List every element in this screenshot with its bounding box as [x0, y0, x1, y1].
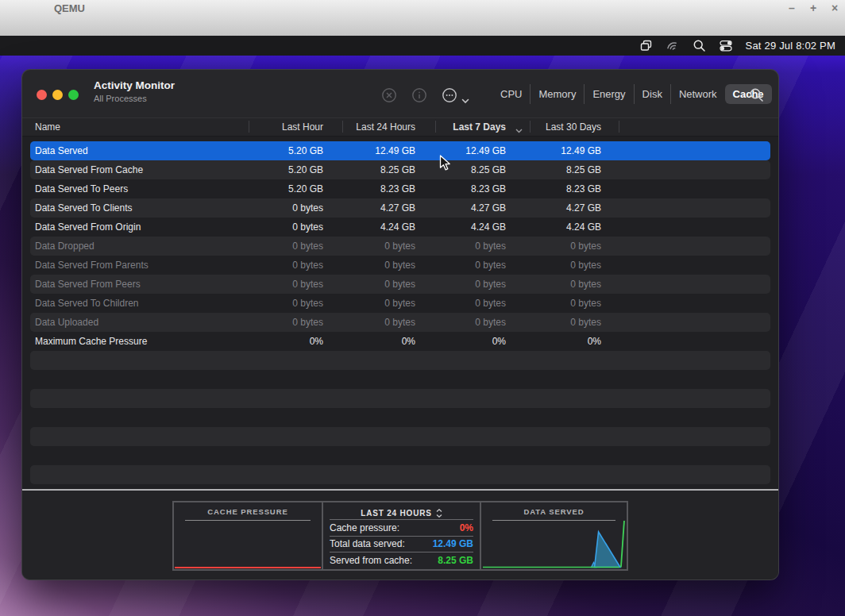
wifi-icon[interactable] [666, 39, 680, 53]
tab-cpu[interactable]: CPU [492, 84, 530, 104]
empty-row-stripe [30, 389, 770, 408]
control-center-icon[interactable] [719, 39, 733, 52]
cache-pressure-graph [175, 567, 321, 568]
search-icon[interactable] [693, 39, 706, 52]
stat-row: Cache pressure: 0% [330, 519, 473, 536]
column-header-last-hour[interactable]: Last Hour [282, 121, 323, 133]
header-separator[interactable] [249, 121, 249, 133]
quit-process-icon[interactable] [381, 87, 397, 103]
data-served-graph [482, 516, 626, 568]
header-separator[interactable] [619, 121, 619, 133]
zoom-traffic-button[interactable] [68, 90, 79, 100]
header-separator[interactable] [435, 121, 436, 133]
column-header-name[interactable]: Name [35, 121, 60, 133]
table-row[interactable]: Data Dropped 0 bytes 0 bytes 0 bytes 0 b… [30, 237, 770, 256]
process-filter-label: All Processes [94, 94, 175, 103]
data-served-title: DATA SERVED [481, 507, 627, 516]
header-separator[interactable] [530, 121, 531, 133]
desktop-wallpaper: Activity Monitor All Processes [0, 56, 845, 616]
column-header-last-30-days[interactable]: Last 30 Days [546, 121, 601, 133]
bottom-panel: CACHE PRESSURE LAST 24 HOURS C [22, 491, 778, 579]
toolbar-search-icon[interactable] [749, 87, 764, 102]
window-titlebar: Activity Monitor All Processes [22, 70, 778, 117]
activity-monitor-window: Activity Monitor All Processes [22, 70, 778, 579]
table-row[interactable]: Data Served From Cache 5.20 GB 8.25 GB 8… [30, 160, 770, 179]
close-traffic-button[interactable] [37, 90, 47, 100]
traffic-lights [37, 90, 79, 100]
table-body: Data Served 5.20 GB 12.49 GB 12.49 GB 12… [22, 137, 778, 489]
tab-disk[interactable]: Disk [634, 84, 670, 104]
column-header-last-7-days[interactable]: Last 7 Days [453, 121, 506, 133]
chevron-down-icon[interactable] [461, 93, 469, 107]
last-24-hours-title: LAST 24 HOURS [361, 509, 431, 518]
cache-pressure-title: CACHE PRESSURE [174, 507, 322, 516]
header-separator[interactable] [342, 121, 343, 133]
sort-chevron-icon [515, 125, 523, 136]
more-options-icon[interactable] [442, 87, 457, 103]
table-header: Name Last Hour Last 24 Hours Last 7 Days… [22, 117, 778, 137]
section-underline [185, 520, 311, 521]
stats-list: Cache pressure: 0% Total data served: 12… [323, 519, 480, 568]
app-title: Activity Monitor [94, 79, 175, 91]
close-button[interactable]: × [829, 2, 840, 14]
table-row[interactable]: Data Served From Parents 0 bytes 0 bytes… [30, 256, 770, 275]
tab-energy[interactable]: Energy [584, 84, 633, 104]
table-row[interactable]: Data Uploaded 0 bytes 0 bytes 0 bytes 0 … [30, 313, 770, 332]
qemu-window-controls: – + × [786, 2, 840, 14]
tab-memory[interactable]: Memory [530, 84, 584, 104]
table-row[interactable]: Data Served From Origin 0 bytes 4.24 GB … [30, 218, 770, 237]
cache-pressure-section: CACHE PRESSURE [174, 502, 322, 569]
stat-row: Served from cache: 8.25 GB [330, 552, 473, 568]
qemu-window-title: QEMU [54, 2, 85, 14]
table-row[interactable]: Data Served 5.20 GB 12.49 GB 12.49 GB 12… [30, 141, 770, 160]
table-row[interactable]: Data Served From Peers 0 bytes 0 bytes 0… [30, 275, 770, 294]
table-row[interactable]: Maximum Cache Pressure 0% 0% 0% 0% [30, 332, 770, 351]
data-served-section: DATA SERVED [481, 502, 627, 569]
sort-arrows-icon [436, 509, 442, 518]
empty-row-stripe [30, 465, 770, 484]
inspect-info-icon[interactable] [411, 87, 427, 103]
minimize-traffic-button[interactable] [52, 90, 63, 100]
last-24-hours-section: LAST 24 HOURS Cache pressure: 0% Total d… [322, 502, 481, 569]
stat-row: Total data served: 12.49 GB [330, 536, 473, 552]
tab-network[interactable]: Network [670, 84, 725, 104]
menubar-clock[interactable]: Sat 29 Jul 8:02 PM [746, 40, 835, 52]
table-row[interactable]: Data Served To Children 0 bytes 0 bytes … [30, 294, 770, 313]
empty-row-stripe [30, 427, 770, 446]
table-row[interactable]: Data Served To Clients 0 bytes 4.27 GB 4… [30, 198, 770, 218]
window-title-block: Activity Monitor All Processes [94, 79, 175, 103]
column-header-last-24-hours[interactable]: Last 24 Hours [356, 121, 415, 133]
minimize-button[interactable]: – [786, 2, 797, 14]
maximize-button[interactable]: + [808, 2, 819, 14]
stats-panel-box: CACHE PRESSURE LAST 24 HOURS C [172, 501, 628, 571]
windows-stack-icon[interactable] [639, 39, 653, 52]
empty-row-stripe [30, 351, 770, 370]
table-row[interactable]: Data Served To Peers 5.20 GB 8.23 GB 8.2… [30, 179, 770, 198]
tab-bar: CPUMemoryEnergyDiskNetworkCache [492, 83, 772, 104]
macos-menubar: Sat 29 Jul 8:02 PM [0, 36, 845, 56]
last-24-hours-selector[interactable]: LAST 24 HOURS [323, 502, 480, 519]
qemu-titlebar: QEMU – + × [0, 0, 845, 36]
